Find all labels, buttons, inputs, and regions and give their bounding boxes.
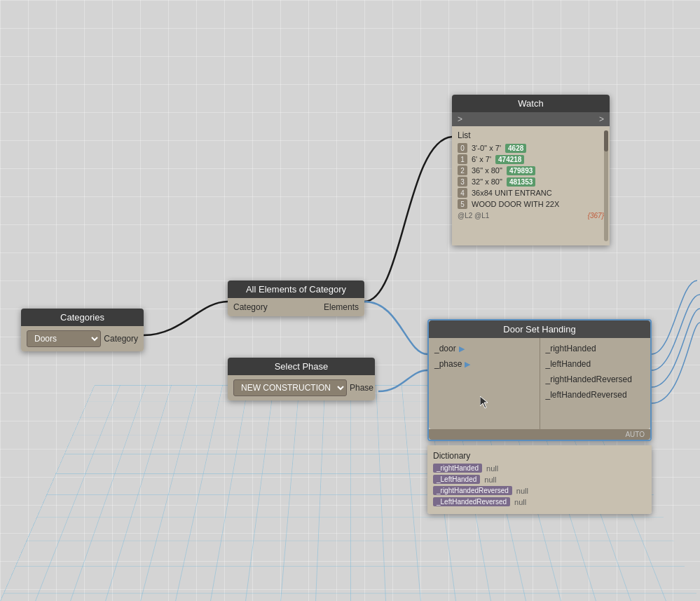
watch-index-3: 3 — [458, 177, 467, 187]
list-item: 4 36x84 UNIT ENTRANC — [458, 188, 604, 198]
door-set-node: Door Set Handing _door ▶ _phase ▶ _right… — [427, 319, 652, 441]
dictionary-body: Dictionary _rightHanded null _LeftHanded… — [427, 445, 652, 514]
watch-id-0: 4628 — [505, 144, 526, 153]
watch-footer-label: @L2 @L1 — [458, 212, 489, 220]
watch-scrollbar-thumb — [604, 130, 608, 151]
watch-index-4: 4 — [458, 188, 467, 198]
list-item: 2 36" x 80" 479893 — [458, 166, 604, 175]
all-elements-body: Category Elements — [228, 298, 364, 316]
categories-node-body: Doors Category — [21, 326, 144, 351]
door-set-header: Door Set Handing — [429, 320, 650, 338]
list-item: 3 32" x 80" 481353 — [458, 177, 604, 187]
watch-value-0: 3'-0'' x 7' — [472, 144, 501, 152]
watch-io-right[interactable]: > — [599, 114, 604, 124]
watch-list-header: List — [458, 130, 604, 140]
door-set-body: _door ▶ _phase ▶ _rightHanded _leftHande… — [429, 338, 650, 429]
dict-item-3: _LeftHandedReversed null — [433, 497, 646, 506]
all-elements-header: All Elements of Category — [228, 281, 364, 298]
dict-value-1: null — [484, 475, 496, 484]
dict-key-1: _LeftHanded — [433, 475, 480, 484]
watch-header: Watch — [452, 95, 610, 112]
all-elements-category-port: Category — [233, 302, 268, 312]
watch-index-0: 0 — [458, 143, 467, 153]
categories-node-header: Categories — [21, 309, 144, 326]
door-output-right-reversed: _rightHandedReversed — [546, 374, 645, 384]
watch-count: {367} — [588, 212, 604, 220]
door-set-footer: AUTO — [429, 429, 650, 440]
dictionary-header: Dictionary — [433, 451, 646, 461]
door-input-door-label: _door — [434, 344, 456, 353]
watch-footer: @L2 @L1 {367} — [458, 212, 604, 220]
door-input-phase: _phase ▶ — [434, 359, 534, 369]
watch-node: Watch > > List 0 3'-0'' x 7' 4628 1 6' x… — [452, 95, 610, 245]
watch-value-4: 36x84 UNIT ENTRANC — [472, 189, 552, 197]
all-elements-node: All Elements of Category Category Elemen… — [228, 281, 364, 316]
door-output-left-reversed-label: _leftHandedReversed — [546, 390, 627, 400]
watch-value-5: WOOD DOOR WITH 22X — [472, 200, 559, 208]
door-input-door: _door ▶ — [434, 344, 534, 353]
door-input-phase-arrow: ▶ — [465, 360, 470, 369]
categories-node: Categories Doors Category — [21, 309, 144, 351]
watch-value-2: 36" x 80" — [472, 166, 502, 175]
dict-value-0: null — [486, 464, 498, 473]
door-input-phase-label: _phase — [434, 359, 462, 369]
dict-item-2: _rightHandedReversed null — [433, 486, 646, 495]
select-phase-header: Select Phase — [228, 358, 375, 375]
dict-key-2: _rightHandedReversed — [433, 486, 512, 495]
watch-io-left[interactable]: > — [458, 114, 462, 124]
dictionary-node: Dictionary _rightHanded null _LeftHanded… — [427, 445, 652, 514]
dict-item-0: _rightHanded null — [433, 464, 646, 473]
watch-io-bar: > > — [452, 112, 610, 126]
watch-id-2: 479893 — [507, 166, 535, 175]
dict-key-0: _rightHanded — [433, 464, 482, 473]
select-phase-node: Select Phase NEW CONSTRUCTION Phase — [228, 358, 375, 400]
all-elements-output-port: Elements — [324, 302, 359, 312]
dict-value-2: null — [516, 487, 528, 495]
watch-value-1: 6' x 7' — [472, 155, 491, 163]
watch-value-3: 32" x 80" — [472, 177, 502, 186]
watch-id-3: 481353 — [507, 177, 535, 187]
list-item: 5 WOOD DOOR WITH 22X — [458, 199, 604, 209]
categories-port-label: Category — [104, 334, 138, 344]
list-item: 0 3'-0'' x 7' 4628 — [458, 143, 604, 153]
dict-item-1: _LeftHanded null — [433, 475, 646, 484]
door-output-left-label: _leftHanded — [546, 359, 591, 369]
watch-index-1: 1 — [458, 154, 467, 164]
watch-id-1: 474218 — [495, 155, 524, 164]
door-output-right-label: _rightHanded — [546, 344, 596, 353]
watch-index-2: 2 — [458, 166, 467, 175]
door-input-door-arrow: ▶ — [459, 344, 465, 353]
watch-index-5: 5 — [458, 199, 467, 209]
phase-dropdown[interactable]: NEW CONSTRUCTION — [233, 379, 347, 396]
dict-value-3: null — [514, 498, 526, 506]
select-phase-body: NEW CONSTRUCTION Phase — [228, 375, 375, 400]
door-output-left: _leftHanded — [546, 359, 645, 369]
categories-dropdown[interactable]: Doors — [27, 330, 101, 347]
watch-scrollbar[interactable] — [604, 130, 608, 241]
door-set-outputs: _rightHanded _leftHanded _rightHandedRev… — [540, 338, 651, 429]
list-item: 1 6' x 7' 474218 — [458, 154, 604, 164]
door-output-right: _rightHanded — [546, 344, 645, 353]
phase-port-label: Phase — [350, 383, 373, 393]
dict-key-3: _LeftHandedReversed — [433, 497, 510, 506]
door-output-left-reversed: _leftHandedReversed — [546, 390, 645, 400]
watch-content: List 0 3'-0'' x 7' 4628 1 6' x 7' 474218… — [452, 126, 610, 245]
door-set-inputs: _door ▶ _phase ▶ — [429, 338, 540, 429]
door-output-right-reversed-label: _rightHandedReversed — [546, 374, 632, 384]
